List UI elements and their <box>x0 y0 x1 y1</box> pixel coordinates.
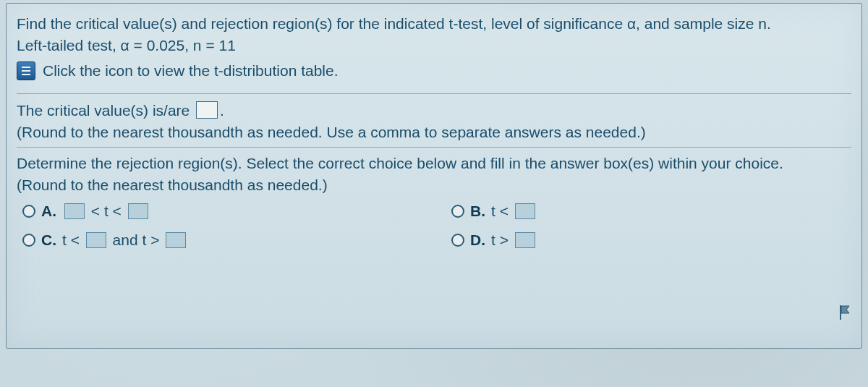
choice-a[interactable]: A. < t < <box>22 203 422 220</box>
divider-1 <box>17 93 851 94</box>
choice-a-input-2[interactable] <box>128 203 148 219</box>
choice-c-label: C. <box>41 231 56 249</box>
rejection-hint: (Round to the nearest thousandth as need… <box>17 177 851 194</box>
question-line-2: Left-tailed test, α = 0.025, n = 11 <box>17 37 851 54</box>
critical-value-input[interactable] <box>196 101 218 119</box>
choice-d-expr: t > <box>491 231 513 248</box>
question-block: Find the critical value(s) and rejection… <box>17 15 851 88</box>
choice-c[interactable]: C. t < and t > <box>22 231 422 249</box>
critical-value-suffix: . <box>220 102 224 119</box>
document-icon[interactable] <box>17 61 35 80</box>
choice-d-input[interactable] <box>515 232 535 248</box>
choice-c-mid: and t > <box>109 231 163 248</box>
radio-a[interactable] <box>22 205 35 218</box>
problem-card: Find the critical value(s) and rejection… <box>6 3 862 349</box>
choice-a-input-1[interactable] <box>64 203 85 219</box>
choice-grid: A. < t < B. t < C. t < and t > <box>17 203 851 249</box>
divider-2 <box>17 147 851 148</box>
radio-d[interactable] <box>451 234 464 247</box>
document-icon-bars <box>22 67 30 75</box>
choice-d-label: D. <box>470 231 485 249</box>
rejection-region-section: Determine the rejection region(s). Selec… <box>17 155 851 249</box>
rejection-prompt: Determine the rejection region(s). Selec… <box>17 155 851 172</box>
critical-value-hint: (Round to the nearest thousandth as need… <box>17 124 851 141</box>
choice-c-expr1: t < <box>62 231 84 248</box>
choice-d[interactable]: D. t > <box>451 231 851 249</box>
flag-icon[interactable] <box>838 305 851 320</box>
choice-c-input-2[interactable] <box>166 232 186 248</box>
t-table-link[interactable]: Click the icon to view the t-distributio… <box>43 62 339 80</box>
choice-b-label: B. <box>470 203 485 220</box>
choice-b-expr: t < <box>491 203 513 219</box>
question-line-1: Find the critical value(s) and rejection… <box>17 15 851 33</box>
choice-b-input[interactable] <box>515 203 535 219</box>
radio-b[interactable] <box>451 205 464 218</box>
choice-c-input-1[interactable] <box>86 232 106 248</box>
choice-a-label: A. <box>41 203 56 220</box>
radio-c[interactable] <box>22 234 35 247</box>
choice-a-mid: < t < <box>87 203 126 219</box>
critical-value-prefix: The critical value(s) is/are <box>17 102 194 119</box>
critical-value-section: The critical value(s) is/are . (Round to… <box>17 101 851 141</box>
choice-b[interactable]: B. t < <box>451 203 851 220</box>
